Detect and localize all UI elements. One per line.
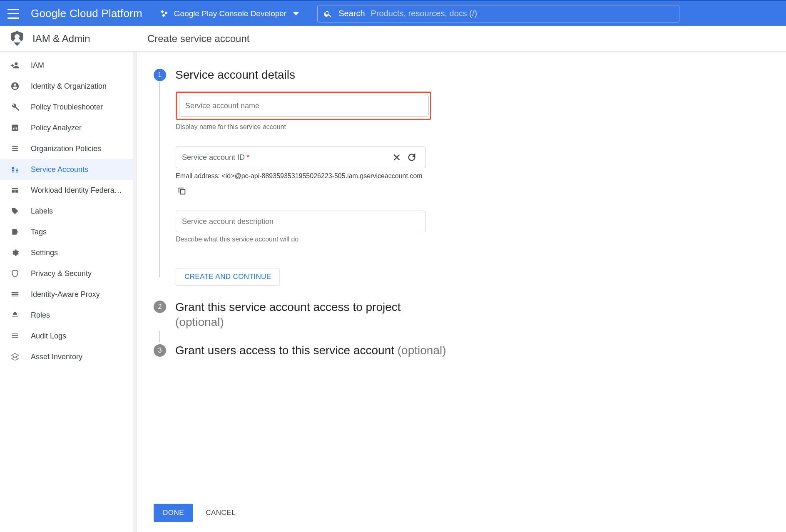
project-picker[interactable]: Google Play Console Developer [157, 7, 302, 21]
email-address-line: Email address: <id>@pc-api-8893593531955… [176, 172, 431, 180]
brand-logo[interactable]: Google Cloud Platform [31, 7, 142, 20]
name-helper-text: Display name for this service account [176, 123, 431, 131]
step-2-header[interactable]: 2 Grant this service account access to p… [154, 301, 769, 329]
nav-item-tags[interactable]: Tags [0, 221, 133, 242]
nav-label: Settings [31, 249, 58, 257]
step-connector [159, 82, 160, 277]
nav-item-identity-org[interactable]: Identity & Organization [0, 76, 133, 97]
step-3-title: Grant users access to this service accou… [175, 344, 398, 357]
nav-item-policy-troubleshooter[interactable]: Policy Troubleshooter [0, 97, 133, 117]
iap-icon [10, 289, 20, 299]
global-search[interactable]: Search [317, 5, 679, 22]
clear-icon[interactable] [389, 150, 404, 165]
step-2-optional: (optional) [175, 316, 224, 328]
nav-label: Asset Inventory [31, 353, 82, 361]
search-label: Search [338, 9, 365, 18]
nav-item-iam[interactable]: IAM [0, 55, 133, 76]
chevron-down-icon [293, 12, 299, 15]
service-account-name-input[interactable] [185, 102, 423, 110]
federation-icon [10, 185, 20, 195]
step-2-title: Grant this service account access to pro… [175, 301, 401, 314]
nav-item-service-accounts[interactable]: Service Accounts [0, 159, 133, 180]
id-placeholder-label: Service account ID [182, 153, 245, 162]
resize-gutter[interactable] [133, 52, 137, 532]
nav-item-wif[interactable]: Workload Identity Federati... [0, 180, 133, 201]
iam-shield-icon [11, 31, 23, 46]
account-circle-icon [10, 81, 20, 91]
nav-item-settings[interactable]: Settings [0, 242, 133, 263]
page-title: Create service account [133, 33, 249, 45]
brand-cloud-platform: Cloud Platform [70, 7, 142, 20]
service-account-id-field[interactable]: Service account ID * [176, 147, 425, 168]
nav-label: Organization Policies [31, 144, 101, 153]
name-field-highlight [176, 92, 431, 120]
nav-item-roles[interactable]: Roles [0, 305, 133, 326]
nav-item-policy-analyzer[interactable]: Policy Analyzer [0, 117, 133, 138]
service-account-name-field[interactable] [179, 95, 429, 117]
create-and-continue-button[interactable]: CREATE AND CONTINUE [176, 268, 280, 286]
nav-label: IAM [31, 61, 44, 70]
analytics-icon [10, 123, 20, 133]
nav-item-labels[interactable]: Labels [0, 201, 133, 221]
wrench-icon [10, 102, 20, 112]
nav-label: Privacy & Security [31, 269, 92, 278]
tag-icon [10, 206, 20, 216]
nav-label: Labels [31, 207, 53, 216]
nav-label: Audit Logs [31, 332, 66, 341]
desc-helper-text: Describe what this service account will … [176, 236, 431, 243]
step-3-badge: 3 [154, 344, 166, 357]
layers-icon [10, 352, 20, 362]
nav-label: Workload Identity Federati... [31, 186, 122, 195]
svg-rect-0 [180, 189, 185, 194]
step-1-badge: 1 [154, 69, 166, 81]
step-3-header[interactable]: 3 Grant users access to this service acc… [154, 344, 769, 357]
menu-icon[interactable] [7, 9, 19, 19]
service-account-icon [10, 164, 20, 174]
section-title: IAM & Admin [32, 33, 90, 45]
nav-label: Roles [31, 311, 50, 320]
nav-label: Identity & Organization [31, 82, 107, 91]
search-icon [323, 9, 333, 18]
gear-icon [10, 248, 20, 258]
search-input[interactable] [371, 9, 674, 18]
nav-item-org-policies[interactable]: Organization Policies [0, 138, 133, 159]
top-app-bar: Google Cloud Platform Google Play Consol… [0, 0, 786, 26]
brand-google: Google [31, 7, 66, 20]
refresh-icon[interactable] [404, 150, 419, 165]
nav-label: Policy Troubleshooter [31, 103, 103, 112]
nav-item-audit-logs[interactable]: Audit Logs [0, 326, 133, 346]
nav-item-privacy-security[interactable]: Privacy & Security [0, 263, 133, 284]
step-1-title: Service account details [175, 68, 295, 82]
required-mark: * [246, 153, 249, 162]
step-1-header: 1 Service account details [154, 68, 769, 82]
person-add-icon [10, 60, 20, 70]
nav-label: Service Accounts [31, 165, 88, 174]
step-3-optional: (optional) [398, 344, 446, 357]
cancel-button[interactable]: CANCEL [206, 509, 236, 517]
left-nav: IAM Identity & Organization Policy Troub… [0, 52, 133, 532]
shield-outline-icon [10, 268, 20, 278]
copy-icon[interactable] [177, 186, 189, 198]
project-name: Google Play Console Developer [174, 9, 286, 18]
list-icon [10, 144, 20, 154]
nav-item-iap[interactable]: Identity-Aware Proxy [0, 284, 133, 305]
step-connector [159, 331, 160, 342]
logs-icon [10, 331, 20, 341]
done-button[interactable]: DONE [154, 504, 193, 522]
step-2-badge: 2 [154, 301, 166, 313]
bookmark-icon [10, 227, 20, 237]
service-account-desc-input[interactable] [182, 217, 419, 226]
service-account-desc-field[interactable] [176, 211, 425, 232]
section-header: IAM & Admin Create service account [0, 26, 786, 52]
nav-label: Identity-Aware Proxy [31, 290, 100, 299]
nav-item-asset-inventory[interactable]: Asset Inventory [0, 346, 133, 367]
project-icon [160, 9, 169, 18]
roles-icon [10, 310, 20, 320]
nav-label: Policy Analyzer [31, 124, 82, 132]
nav-label: Tags [31, 228, 47, 236]
form-actions: DONE CANCEL [154, 504, 236, 522]
main-content: 1 Service account details Display name f… [137, 52, 786, 532]
